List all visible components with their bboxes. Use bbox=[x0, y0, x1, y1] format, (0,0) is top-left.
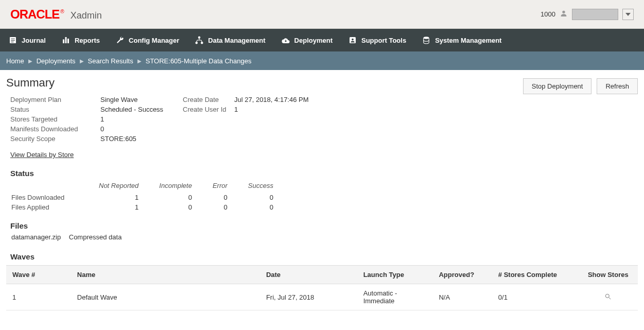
file-name: datamanager.zip bbox=[11, 233, 61, 241]
cell: 0 bbox=[238, 193, 284, 202]
nav-journal[interactable]: Journal bbox=[8, 36, 46, 45]
value-create-user-id: 1 bbox=[234, 106, 638, 113]
value-security-scope: STORE:605 bbox=[100, 135, 183, 143]
status-table: Not Reported Incomplete Error Success Fi… bbox=[11, 181, 284, 212]
nav-label: Support Tools bbox=[361, 37, 406, 44]
file-desc: Compressed data bbox=[69, 233, 122, 241]
col-error: Error bbox=[202, 181, 238, 193]
breadcrumb-current: STORE:605-Multiple Data Changes bbox=[146, 57, 252, 65]
label-security-scope: Security Scope bbox=[10, 135, 100, 143]
svg-point-9 bbox=[196, 42, 198, 44]
col-name: Name bbox=[71, 266, 260, 284]
value-manifests-downloaded: 0 bbox=[100, 125, 183, 133]
svg-rect-7 bbox=[67, 39, 69, 43]
svg-point-14 bbox=[606, 294, 610, 298]
support-icon bbox=[348, 36, 357, 45]
svg-point-0 bbox=[562, 10, 565, 13]
nav-config-manager[interactable]: Config Manager bbox=[115, 36, 179, 45]
cloud-download-icon bbox=[281, 36, 290, 45]
label-manifests-downloaded: Manifests Downloaded bbox=[10, 125, 100, 133]
cell-date: Fri, Jul 27, 2018 bbox=[260, 284, 357, 310]
nav-system-management[interactable]: System Management bbox=[422, 36, 501, 45]
registered-mark: ® bbox=[60, 9, 64, 14]
show-stores-button[interactable] bbox=[579, 284, 638, 310]
app-name: Xadmin bbox=[71, 10, 102, 21]
chevron-right-icon: ▶ bbox=[80, 58, 84, 64]
status-row: Files Downloaded 1 0 0 0 bbox=[11, 193, 284, 202]
svg-point-13 bbox=[424, 37, 429, 39]
cell-approved: N/A bbox=[432, 284, 492, 310]
header-right: 1000 bbox=[541, 9, 634, 20]
chevron-right-icon: ▶ bbox=[28, 58, 32, 64]
journal-icon bbox=[8, 36, 18, 45]
nav-label: System Management bbox=[435, 37, 501, 44]
files-title: Files bbox=[10, 221, 638, 230]
svg-rect-5 bbox=[63, 40, 64, 44]
user-number: 1000 bbox=[541, 10, 555, 18]
svg-rect-2 bbox=[11, 39, 15, 39]
col-approved: Approved? bbox=[432, 266, 492, 284]
col-launch-type: Launch Type bbox=[357, 266, 433, 284]
value-stores-targeted: 1 bbox=[100, 115, 183, 123]
cell-launch-type: Automatic - Immediate bbox=[357, 284, 433, 310]
user-icon bbox=[560, 9, 568, 20]
col-wave-num: Wave # bbox=[6, 266, 71, 284]
value-status: Scheduled - Success bbox=[100, 106, 183, 113]
cell: 0 bbox=[202, 193, 238, 202]
view-details-link[interactable]: View Details by Store bbox=[10, 151, 74, 159]
refresh-button[interactable]: Refresh bbox=[597, 78, 638, 94]
status-title: Status bbox=[10, 169, 638, 178]
user-dropdown-toggle[interactable] bbox=[622, 9, 634, 20]
oracle-logo: ORACLE bbox=[10, 7, 59, 22]
cell-wave-num: 1 bbox=[6, 284, 71, 310]
wrench-icon bbox=[115, 36, 125, 45]
col-incomplete: Incomplete bbox=[149, 181, 202, 193]
value-create-date: Jul 27, 2018, 4:17:46 PM bbox=[234, 96, 638, 103]
svg-rect-6 bbox=[65, 37, 66, 43]
waves-title: Waves bbox=[10, 252, 638, 261]
cell: 0 bbox=[149, 202, 202, 212]
nav-label: Config Manager bbox=[129, 37, 179, 44]
nav-label: Journal bbox=[22, 37, 46, 44]
nav-label: Reports bbox=[75, 37, 100, 44]
cell: 0 bbox=[149, 193, 202, 202]
waves-table: Wave # Name Date Launch Type Approved? #… bbox=[6, 265, 638, 310]
svg-point-8 bbox=[198, 37, 201, 39]
col-stores-complete: # Stores Complete bbox=[492, 266, 579, 284]
cell-stores-complete: 0/1 bbox=[492, 284, 579, 310]
summary-grid: Deployment Plan Single Wave Create Date … bbox=[10, 96, 638, 143]
label-deployment-plan: Deployment Plan bbox=[10, 96, 100, 103]
search-icon bbox=[604, 293, 612, 300]
status-row: Files Applied 1 0 0 0 bbox=[11, 202, 284, 212]
user-selector[interactable] bbox=[572, 9, 618, 20]
database-icon bbox=[422, 36, 431, 45]
row-label: Files Downloaded bbox=[11, 193, 89, 202]
cell-name: Default Wave bbox=[71, 284, 260, 310]
label-create-date: Create Date bbox=[183, 96, 234, 103]
nav-label: Deployment bbox=[294, 37, 333, 44]
svg-rect-3 bbox=[11, 40, 15, 41]
stop-deployment-button[interactable]: Stop Deployment bbox=[523, 78, 592, 94]
breadcrumb-search-results[interactable]: Search Results bbox=[88, 57, 133, 65]
label-create-user-id: Create User Id bbox=[183, 106, 234, 113]
col-show-stores: Show Stores bbox=[579, 266, 638, 284]
svg-rect-4 bbox=[11, 42, 13, 42]
chevron-right-icon: ▶ bbox=[137, 58, 142, 64]
page-title: Summary bbox=[6, 76, 55, 90]
hierarchy-icon bbox=[195, 36, 204, 45]
nav-label: Data Management bbox=[208, 37, 265, 44]
nav-support-tools[interactable]: Support Tools bbox=[348, 36, 406, 45]
cell: 1 bbox=[89, 193, 149, 202]
nav-reports[interactable]: Reports bbox=[61, 36, 100, 45]
breadcrumb: Home ▶ Deployments ▶ Search Results ▶ ST… bbox=[0, 51, 644, 70]
nav-data-management[interactable]: Data Management bbox=[195, 36, 265, 45]
row-label: Files Applied bbox=[11, 202, 89, 212]
app-header: ORACLE® Xadmin 1000 bbox=[0, 0, 644, 29]
col-success: Success bbox=[238, 181, 284, 193]
nav-deployment[interactable]: Deployment bbox=[281, 36, 333, 45]
cell: 1 bbox=[89, 202, 149, 212]
breadcrumb-home[interactable]: Home bbox=[6, 57, 24, 65]
breadcrumb-deployments[interactable]: Deployments bbox=[37, 57, 76, 65]
files-row: datamanager.zip Compressed data bbox=[11, 233, 638, 241]
svg-point-12 bbox=[352, 39, 354, 41]
